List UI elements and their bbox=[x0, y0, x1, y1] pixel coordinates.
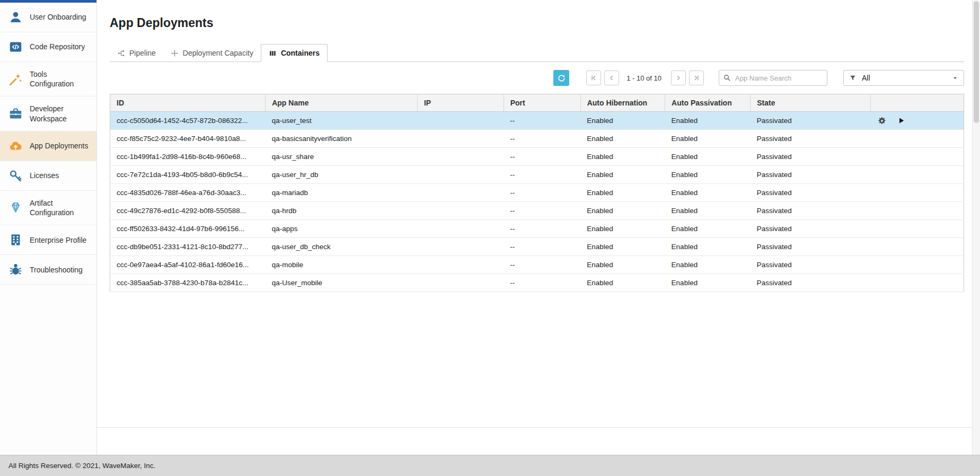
refresh-icon bbox=[557, 74, 566, 83]
key-icon bbox=[8, 169, 23, 183]
table-row[interactable]: ccc-1b499fa1-2d98-416b-8c4b-960e68...qa-… bbox=[110, 148, 964, 166]
search-input[interactable] bbox=[719, 70, 827, 86]
app-name-search bbox=[719, 70, 827, 86]
sidebar-item-app-deployments[interactable]: App Deployments bbox=[0, 131, 96, 161]
cell-app-name: qa-User_mobile bbox=[266, 274, 418, 292]
footer: All Rights Reserved. © 2021, WaveMaker, … bbox=[0, 455, 980, 476]
cell-id: ccc-385aa5ab-3788-4230-b78a-b2841c... bbox=[110, 274, 266, 292]
tab-label: Pipeline bbox=[129, 49, 156, 57]
cell-id: ccc-1b499fa1-2d98-416b-8c4b-960e68... bbox=[110, 148, 266, 166]
tab-bar: PipelineDeployment CapacityContainers bbox=[110, 44, 964, 62]
last-page-button[interactable] bbox=[689, 70, 704, 85]
table-row[interactable]: ccc-7e72c1da-4193-4b05-b8d0-6b9c54...qa-… bbox=[110, 166, 964, 184]
cell-ip bbox=[417, 202, 504, 220]
sidebar-item-code-repository[interactable]: Code Repository bbox=[0, 32, 96, 62]
main-content: App Deployments PipelineDeployment Capac… bbox=[97, 0, 980, 455]
row-actions bbox=[877, 116, 957, 126]
run-button[interactable] bbox=[897, 117, 905, 125]
tab-pipeline[interactable]: Pipeline bbox=[110, 45, 163, 61]
pagination-range: 1 - 10 of 10 bbox=[626, 74, 661, 82]
table-row[interactable]: ccc-c5050d64-1452-4c57-872b-086322...qa-… bbox=[110, 112, 964, 130]
chevron-down-icon bbox=[952, 75, 958, 81]
cell-app-name: qa-user_db_check bbox=[266, 238, 418, 256]
cell-auto-passivation: Enabled bbox=[665, 166, 751, 184]
table-row[interactable]: ccc-db9be051-2331-4121-8c10-8bd277...qa-… bbox=[110, 238, 964, 256]
table-row[interactable]: ccc-4835d026-788f-46ea-a76d-30aac3...qa-… bbox=[110, 184, 964, 202]
cell-app-name: qa-usr_share bbox=[266, 148, 418, 166]
cell-id: ccc-49c27876-ed1c-4292-b0f8-550588... bbox=[110, 202, 266, 220]
code-icon bbox=[8, 40, 23, 54]
cell-state: Passivated bbox=[751, 238, 871, 256]
page-title: App Deployments bbox=[110, 16, 964, 30]
cell-port: -- bbox=[504, 184, 580, 202]
first-page-button[interactable] bbox=[586, 70, 601, 85]
capacity-icon bbox=[171, 49, 179, 57]
table-row[interactable]: ccc-385aa5ab-3788-4230-b78a-b2841c...qa-… bbox=[110, 274, 964, 292]
state-filter-dropdown[interactable]: All bbox=[843, 70, 964, 86]
tab-containers[interactable]: Containers bbox=[261, 44, 328, 62]
sidebar-item-developer-workspace[interactable]: Developer Workspace bbox=[0, 96, 96, 131]
prev-page-button[interactable] bbox=[604, 70, 619, 85]
tab-deployment-capacity[interactable]: Deployment Capacity bbox=[163, 45, 261, 61]
column-header-state: State bbox=[751, 94, 871, 112]
sidebar-item-user-onboarding[interactable]: User Onboarding bbox=[0, 3, 96, 32]
cell-id: ccc-0e97aea4-a5af-4102-86a1-fd60e16... bbox=[110, 256, 266, 274]
containers-icon bbox=[269, 49, 277, 57]
column-header-id: ID bbox=[110, 94, 266, 112]
sidebar: User OnboardingCode RepositoryTools Conf… bbox=[0, 0, 97, 455]
cell-actions bbox=[871, 184, 964, 202]
cell-ip bbox=[417, 220, 504, 238]
cell-actions bbox=[871, 130, 964, 148]
table-header-row: IDApp NameIPPortAuto HibernationAuto Pas… bbox=[110, 94, 964, 112]
gear-icon bbox=[877, 116, 887, 126]
bug-icon bbox=[8, 262, 23, 277]
cell-auto-hibernation: Enabled bbox=[580, 202, 665, 220]
cell-id: ccc-c5050d64-1452-4c57-872b-086322... bbox=[110, 112, 266, 130]
table-row[interactable]: ccc-f85c75c2-9232-4ee7-b404-9810a8...qa-… bbox=[110, 130, 964, 148]
sidebar-item-enterprise-profile[interactable]: Enterprise Profile bbox=[0, 225, 96, 255]
table-row[interactable]: ccc-ff502633-8432-41d4-97b6-996156...qa-… bbox=[110, 220, 964, 238]
cell-auto-hibernation: Enabled bbox=[580, 166, 665, 184]
filter-funnel-icon bbox=[849, 74, 857, 82]
settings-button[interactable] bbox=[877, 116, 887, 126]
vertical-scrollbar[interactable] bbox=[972, 0, 980, 455]
containers-table-wrap: IDApp NameIPPortAuto HibernationAuto Pas… bbox=[110, 94, 964, 292]
column-header-auto-hibernation: Auto Hibernation bbox=[580, 94, 665, 112]
cell-app-name: qa-mariadb bbox=[266, 184, 418, 202]
cell-ip bbox=[417, 256, 504, 274]
cloud-upload-icon bbox=[8, 139, 23, 153]
cell-auto-hibernation: Enabled bbox=[580, 220, 665, 238]
sidebar-item-troubleshooting[interactable]: Troubleshooting bbox=[0, 255, 96, 285]
sidebar-item-licenses[interactable]: Licenses bbox=[0, 161, 96, 191]
cell-auto-hibernation: Enabled bbox=[580, 238, 665, 256]
cell-auto-hibernation: Enabled bbox=[580, 274, 665, 292]
play-icon bbox=[897, 117, 905, 125]
refresh-button[interactable] bbox=[553, 70, 569, 86]
cell-auto-hibernation: Enabled bbox=[580, 148, 665, 166]
sidebar-item-tools-configuration[interactable]: Tools Configuration bbox=[0, 62, 96, 96]
building-icon bbox=[8, 233, 23, 247]
scrollbar-thumb[interactable] bbox=[974, 1, 979, 123]
containers-table: IDApp NameIPPortAuto HibernationAuto Pas… bbox=[110, 94, 964, 292]
next-page-button[interactable] bbox=[671, 70, 686, 85]
sidebar-item-label: App Deployments bbox=[30, 141, 89, 151]
cell-actions bbox=[871, 112, 964, 130]
table-row[interactable]: ccc-0e97aea4-a5af-4102-86a1-fd60e16...qa… bbox=[110, 256, 964, 274]
table-row[interactable]: ccc-49c27876-ed1c-4292-b0f8-550588...qa-… bbox=[110, 202, 964, 220]
next-page-icon bbox=[675, 74, 682, 82]
sidebar-item-label: Enterprise Profile bbox=[30, 235, 86, 245]
cell-actions bbox=[871, 166, 964, 184]
cell-id: ccc-4835d026-788f-46ea-a76d-30aac3... bbox=[110, 184, 266, 202]
diamond-icon bbox=[8, 200, 23, 215]
cell-ip bbox=[417, 166, 504, 184]
copyright-text: All Rights Reserved. © 2021, WaveMaker, … bbox=[8, 462, 155, 470]
sidebar-item-artifact-configuration[interactable]: Artifact Configuration bbox=[0, 191, 96, 225]
user-icon bbox=[8, 10, 23, 24]
cell-auto-passivation: Enabled bbox=[665, 238, 751, 256]
tab-label: Containers bbox=[281, 49, 320, 57]
cell-state: Passivated bbox=[751, 256, 871, 274]
cell-ip bbox=[417, 130, 504, 148]
cell-actions bbox=[871, 220, 964, 238]
sidebar-item-label: Tools Configuration bbox=[30, 69, 92, 89]
cell-state: Passivated bbox=[751, 130, 871, 148]
